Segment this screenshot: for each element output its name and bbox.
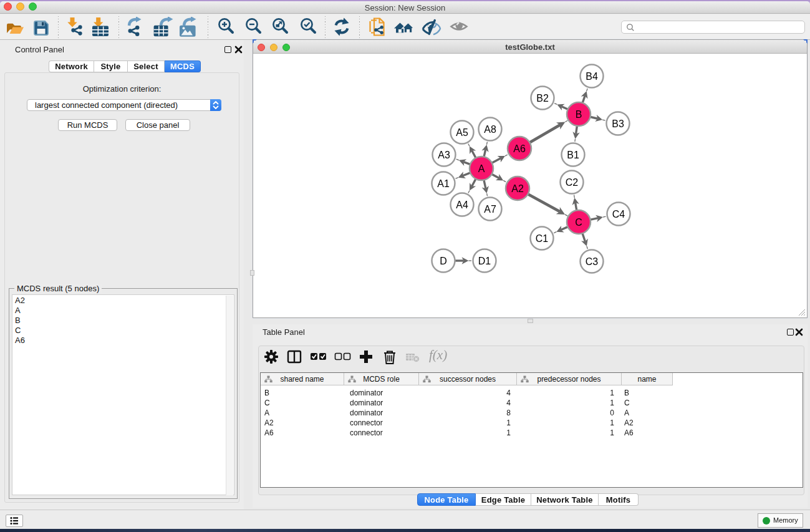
svg-text:A5: A5 <box>456 127 468 138</box>
svg-text:A1: A1 <box>437 178 450 189</box>
svg-text:A2: A2 <box>511 183 524 194</box>
svg-text:B: B <box>576 109 582 120</box>
svg-text:A4: A4 <box>456 200 468 210</box>
svg-text:B2: B2 <box>536 93 549 104</box>
svg-text:A: A <box>478 163 485 174</box>
svg-text:A6: A6 <box>513 143 526 154</box>
svg-text:C1: C1 <box>536 233 549 244</box>
svg-text:C: C <box>575 217 582 228</box>
svg-text:C3: C3 <box>586 256 599 267</box>
svg-text:A8: A8 <box>484 124 496 135</box>
svg-text:B1: B1 <box>567 150 579 160</box>
svg-text:B4: B4 <box>586 71 598 82</box>
svg-text:A7: A7 <box>484 204 496 215</box>
svg-text:B3: B3 <box>612 118 624 129</box>
svg-text:C4: C4 <box>612 209 625 220</box>
svg-text:D1: D1 <box>478 256 491 266</box>
svg-text:A3: A3 <box>438 150 450 160</box>
svg-text:C2: C2 <box>566 177 579 188</box>
svg-text:D: D <box>440 256 447 266</box>
